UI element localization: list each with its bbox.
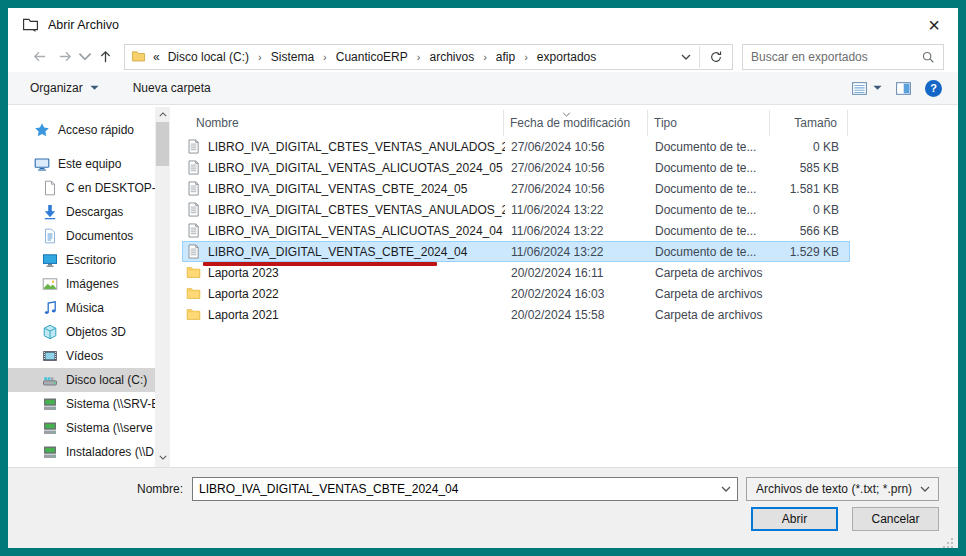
text-file-icon	[186, 139, 201, 154]
sidebar-item[interactable]: Instaladores (\\D	[8, 440, 155, 464]
text-file-icon	[186, 244, 201, 259]
search-icon	[921, 50, 935, 64]
table-row[interactable]: LIBRO_IVA_DIGITAL_VENTAS_ALICUOTAS_2024_…	[182, 157, 850, 178]
filename-combobox[interactable]	[192, 477, 738, 501]
close-button[interactable]: ×	[922, 15, 946, 35]
file-name: LIBRO_IVA_DIGITAL_CBTES_VENTAS_ANULADOS_…	[208, 203, 505, 217]
breadcrumb-segment[interactable]: CuanticoERP	[334, 50, 410, 64]
file-name: Laporta 2022	[208, 287, 279, 301]
file-date: 27/06/2024 10:56	[505, 161, 649, 175]
search-input[interactable]	[751, 50, 921, 64]
table-row[interactable]: LIBRO_IVA_DIGITAL_VENTAS_CBTE_2024_0411/…	[182, 241, 850, 262]
network-drive-icon	[42, 420, 58, 436]
forward-button[interactable]	[52, 45, 78, 69]
file-date: 11/06/2024 13:22	[505, 203, 649, 217]
search-box[interactable]	[742, 44, 944, 70]
file-name: LIBRO_IVA_DIGITAL_CBTES_VENTAS_ANULADOS_…	[208, 140, 505, 154]
file-size: 0 KB	[771, 140, 849, 154]
sidebar-item[interactable]: Acceso rápido	[8, 118, 155, 142]
preview-pane-button[interactable]	[895, 80, 912, 97]
file-name: LIBRO_IVA_DIGITAL_VENTAS_CBTE_2024_04	[208, 245, 467, 259]
column-header-nombre[interactable]: Nombre	[182, 110, 504, 136]
filename-label: Nombre:	[8, 482, 192, 496]
breadcrumb-segment[interactable]: Disco local (C:)	[166, 50, 251, 64]
sidebar-item[interactable]: C en DESKTOP-H	[8, 176, 155, 200]
sidebar-item[interactable]: Imágenes	[8, 272, 155, 296]
cancel-button[interactable]: Cancelar	[852, 507, 939, 531]
breadcrumb-segment[interactable]: archivos	[427, 50, 476, 64]
sidebar-item[interactable]: Objetos 3D	[8, 320, 155, 344]
organize-button[interactable]: Organizar	[30, 81, 99, 95]
sidebar-item[interactable]: Documentos	[8, 224, 155, 248]
sort-descending-icon	[562, 110, 571, 117]
table-row[interactable]: LIBRO_IVA_DIGITAL_CBTES_VENTAS_ANULADOS_…	[182, 136, 850, 157]
sidebar-scrollbar[interactable]	[155, 107, 170, 467]
table-row[interactable]: LIBRO_IVA_DIGITAL_VENTAS_CBTE_2024_0527/…	[182, 178, 850, 199]
help-button[interactable]: ?	[925, 80, 942, 97]
table-row[interactable]: Laporta 202120/02/2024 15:58Carpeta de a…	[182, 304, 850, 325]
breadcrumb-overflow[interactable]: «	[153, 50, 160, 64]
text-file-icon	[186, 202, 201, 217]
details-view-icon	[851, 80, 868, 97]
filetype-dropdown[interactable]: Archivos de texto (*.txt; *.prn)	[746, 477, 939, 501]
network-drive-icon	[42, 396, 58, 412]
address-dropdown-chevron-icon[interactable]	[681, 54, 691, 60]
sidebar-item[interactable]: Este equipo	[8, 152, 155, 176]
breadcrumb-separator-icon: ›	[517, 51, 535, 63]
breadcrumb: Disco local (C:)›Sistema›CuanticoERP›arc…	[166, 50, 599, 64]
file-date: 27/06/2024 10:56	[505, 140, 649, 154]
breadcrumb-segment[interactable]: exportados	[535, 50, 598, 64]
change-view-button[interactable]	[851, 80, 882, 97]
refresh-icon[interactable]	[704, 46, 728, 68]
breadcrumb-separator-icon: ›	[316, 51, 334, 63]
open-button[interactable]: Abrir	[751, 507, 838, 531]
sidebar-item[interactable]: Disco local (C:)	[8, 368, 155, 392]
file-list: Nombre Fecha de modificación Tipo Tamaño…	[170, 105, 958, 467]
file-type: Carpeta de archivos	[649, 287, 771, 301]
sidebar-item[interactable]: Descargas	[8, 200, 155, 224]
annotation-underline	[203, 262, 437, 266]
file-type: Documento de te...	[649, 245, 771, 259]
title-bar: Abrir Archivo ×	[8, 8, 958, 41]
file-rows: LIBRO_IVA_DIGITAL_CBTES_VENTAS_ANULADOS_…	[182, 136, 958, 325]
table-row[interactable]: Laporta 202220/02/2024 16:03Carpeta de a…	[182, 283, 850, 304]
table-row[interactable]: LIBRO_IVA_DIGITAL_CBTES_VENTAS_ANULADOS_…	[182, 199, 850, 220]
resize-grip-icon[interactable]	[942, 537, 954, 549]
column-header-tamano[interactable]: Tamaño	[770, 110, 848, 136]
back-button[interactable]	[26, 45, 52, 69]
address-folder-icon	[131, 49, 146, 64]
sidebar-item[interactable]: Sistema (\\SRV-E	[8, 392, 155, 416]
column-header-tipo[interactable]: Tipo	[648, 110, 770, 136]
scroll-up-icon[interactable]	[155, 107, 170, 122]
sidebar-item[interactable]: Música	[8, 296, 155, 320]
scrollbar-thumb[interactable]	[156, 122, 169, 166]
recent-locations-chevron-icon[interactable]	[78, 45, 92, 69]
videos-film-icon	[42, 348, 58, 364]
dialog-footer: Nombre: Archivos de texto (*.txt; *.prn)…	[8, 467, 958, 548]
breadcrumb-segment[interactable]: afip	[494, 50, 517, 64]
dialog-folder-icon	[22, 16, 39, 33]
folder-icon	[186, 286, 201, 301]
organize-chevron-icon	[90, 85, 99, 91]
up-button[interactable]	[92, 45, 118, 69]
filename-input[interactable]	[199, 482, 721, 496]
address-bar[interactable]: « Disco local (C:)›Sistema›CuanticoERP›a…	[124, 44, 733, 70]
breadcrumb-segment[interactable]: Sistema	[269, 50, 316, 64]
breadcrumb-separator-icon: ›	[251, 51, 269, 63]
file-size: 0 KB	[771, 203, 849, 217]
sidebar-item[interactable]: Sistema (\\serve	[8, 416, 155, 440]
filetype-chevron-icon	[920, 486, 930, 492]
breadcrumb-separator-icon: ›	[476, 51, 494, 63]
documents-icon	[42, 228, 58, 244]
file-name: LIBRO_IVA_DIGITAL_VENTAS_ALICUOTAS_2024_…	[208, 224, 503, 238]
new-folder-button[interactable]: Nueva carpeta	[133, 81, 211, 95]
sidebar-item[interactable]: Vídeos	[8, 344, 155, 368]
file-type: Documento de te...	[649, 203, 771, 217]
scroll-down-icon[interactable]	[155, 450, 170, 465]
text-file-icon	[186, 181, 201, 196]
column-header-fecha[interactable]: Fecha de modificación	[504, 110, 648, 136]
file-type: Carpeta de archivos	[649, 308, 771, 322]
filename-chevron-icon[interactable]	[721, 486, 731, 492]
sidebar-item[interactable]: Escritorio	[8, 248, 155, 272]
table-row[interactable]: LIBRO_IVA_DIGITAL_VENTAS_ALICUOTAS_2024_…	[182, 220, 850, 241]
